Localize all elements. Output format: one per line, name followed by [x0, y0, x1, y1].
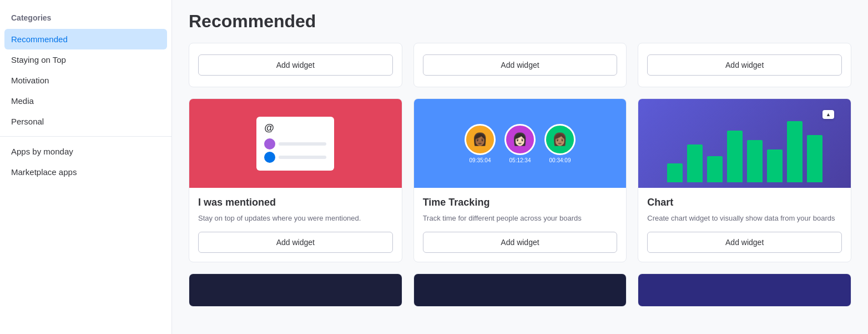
timetrack-avatar-2: 👩🏻 — [504, 124, 536, 155]
mentioned-card-body: I was mentioned Stay on top of updates w… — [189, 188, 402, 262]
bottom-card-image-1 — [189, 274, 402, 306]
mentioned-card-desc: Stay on top of updates where you were me… — [198, 213, 393, 224]
sidebar: Categories Recommended Staying on Top Mo… — [0, 0, 172, 334]
chart-image: ▲ — [638, 99, 851, 188]
mention-line-1 — [279, 142, 326, 146]
chart-bar-0 — [667, 163, 683, 182]
time-tracking-card-body: Time Tracking Track time for different p… — [414, 188, 627, 262]
add-widget-btn-mentioned[interactable]: Add widget — [198, 232, 393, 253]
chart-bar-4 — [747, 140, 763, 182]
sidebar-item-recommended[interactable]: Recommended — [4, 29, 167, 49]
top-card-3: Add widget — [638, 43, 851, 87]
timetrack-avatar-1: 👩🏾 — [465, 124, 496, 155]
chart-card-title: Chart — [647, 197, 842, 208]
time-tracking-card-desc: Track time for different people across y… — [423, 213, 618, 224]
widget-card-mentioned: @ I was mentioned Stay on top of updates… — [189, 98, 402, 262]
page-title: Recommended — [189, 11, 851, 32]
mention-line-2 — [279, 156, 326, 159]
main-content: Recommended Add widget Add widget Add wi… — [172, 0, 868, 334]
mention-avatar-2 — [264, 152, 275, 163]
chart-bar-2 — [707, 156, 723, 182]
chart-bar-3 — [727, 131, 743, 182]
top-widget-row: Add widget Add widget Add widget — [189, 43, 851, 87]
sidebar-item-media[interactable]: Media — [0, 91, 171, 111]
middle-widget-row: @ I was mentioned Stay on top of updates… — [189, 98, 851, 262]
mention-avatar-1 — [264, 138, 275, 149]
add-widget-btn-top-3[interactable]: Add widget — [647, 54, 842, 76]
widget-card-time-tracking: 👩🏾 09:35:04 👩🏻 05:12:34 👩🏽 00:34:09 — [413, 98, 627, 262]
top-card-1: Add widget — [189, 43, 402, 87]
time-tracking-image: 👩🏾 09:35:04 👩🏻 05:12:34 👩🏽 00:34:09 — [414, 99, 627, 188]
timetrack-avatar-3: 👩🏽 — [544, 124, 576, 155]
timetrack-person-1: 👩🏾 09:35:04 — [465, 124, 496, 163]
timetrack-time-1: 09:35:04 — [470, 157, 491, 163]
time-tracking-card-title: Time Tracking — [423, 197, 618, 208]
bottom-widget-row — [189, 273, 851, 307]
timetrack-time-3: 00:34:09 — [549, 157, 571, 163]
top-card-2: Add widget — [413, 43, 627, 87]
sidebar-item-marketplace-apps[interactable]: Marketplace apps — [0, 162, 171, 182]
timetrack-time-2: 05:12:34 — [509, 157, 531, 163]
mentioned-preview: @ — [256, 117, 334, 171]
add-widget-btn-top-1[interactable]: Add widget — [198, 54, 393, 76]
mention-row-1 — [264, 138, 326, 149]
sidebar-item-staying-on-top[interactable]: Staying on Top — [0, 49, 171, 70]
bottom-card-image-2 — [414, 274, 627, 306]
widget-card-chart: ▲ Chart Create chart widget to visually … — [638, 98, 851, 262]
chart-bar-6 — [787, 121, 803, 182]
mention-at-symbol: @ — [264, 122, 326, 134]
chart-bar-7 — [807, 135, 822, 182]
chart-tooltip-label: ▲ — [822, 110, 834, 119]
categories-label: Categories — [0, 9, 171, 29]
chart-card-body: Chart Create chart widget to visually sh… — [638, 188, 851, 262]
mention-row-2 — [264, 152, 326, 163]
sidebar-divider — [0, 136, 171, 137]
chart-bar-1 — [687, 144, 703, 182]
chart-bar-5 — [767, 149, 783, 182]
sidebar-item-motivation[interactable]: Motivation — [0, 70, 171, 91]
timetrack-person-2: 👩🏻 05:12:34 — [504, 124, 536, 163]
chart-card-desc: Create chart widget to visually show dat… — [647, 213, 842, 224]
mentioned-card-title: I was mentioned — [198, 197, 393, 208]
sidebar-item-personal[interactable]: Personal — [0, 111, 171, 132]
bottom-card-1 — [189, 273, 402, 307]
add-widget-btn-top-2[interactable]: Add widget — [423, 54, 618, 76]
add-widget-btn-time-tracking[interactable]: Add widget — [423, 232, 618, 253]
bottom-card-2 — [413, 273, 627, 307]
bottom-card-3 — [638, 273, 851, 307]
timetrack-person-3: 👩🏽 00:34:09 — [544, 124, 576, 163]
bottom-card-image-3 — [638, 274, 851, 306]
sidebar-item-apps-by-monday[interactable]: Apps by monday — [0, 141, 171, 162]
add-widget-btn-chart[interactable]: Add widget — [647, 232, 842, 253]
mentioned-image: @ — [189, 99, 402, 188]
